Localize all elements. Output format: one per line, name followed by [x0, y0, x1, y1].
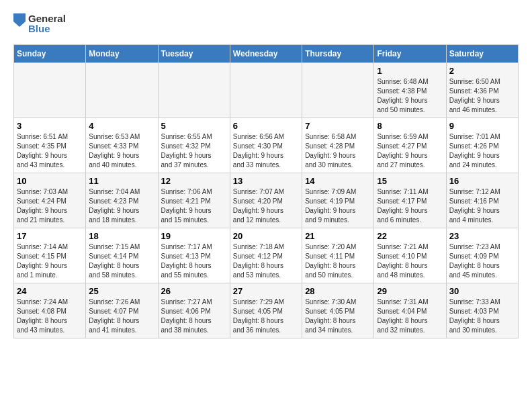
calendar-cell: 29Sunrise: 7:31 AM Sunset: 4:04 PM Dayli…	[374, 283, 446, 338]
calendar-week-row: 3Sunrise: 6:51 AM Sunset: 4:35 PM Daylig…	[14, 118, 519, 173]
calendar-cell: 30Sunrise: 7:33 AM Sunset: 4:03 PM Dayli…	[446, 283, 518, 338]
day-info: Sunrise: 7:30 AM Sunset: 4:05 PM Dayligh…	[305, 298, 371, 335]
calendar-cell: 10Sunrise: 7:03 AM Sunset: 4:24 PM Dayli…	[14, 173, 86, 228]
day-info: Sunrise: 7:09 AM Sunset: 4:19 PM Dayligh…	[305, 187, 371, 225]
day-number: 20	[233, 231, 299, 241]
day-info: Sunrise: 7:03 AM Sunset: 4:24 PM Dayligh…	[17, 187, 83, 225]
calendar-cell: 11Sunrise: 7:04 AM Sunset: 4:23 PM Dayli…	[86, 173, 158, 228]
calendar-cell: 28Sunrise: 7:30 AM Sunset: 4:05 PM Dayli…	[302, 283, 374, 338]
day-number: 14	[305, 176, 371, 186]
day-number: 29	[377, 286, 443, 296]
day-info: Sunrise: 7:12 AM Sunset: 4:16 PM Dayligh…	[449, 187, 515, 225]
day-number: 11	[89, 176, 154, 186]
day-number: 18	[89, 231, 154, 241]
calendar-cell: 27Sunrise: 7:29 AM Sunset: 4:05 PM Dayli…	[230, 283, 302, 338]
calendar-week-row: 24Sunrise: 7:24 AM Sunset: 4:08 PM Dayli…	[14, 283, 519, 338]
column-header-monday: Monday	[86, 45, 158, 63]
calendar-cell: 14Sunrise: 7:09 AM Sunset: 4:19 PM Dayli…	[302, 173, 374, 228]
day-info: Sunrise: 7:14 AM Sunset: 4:15 PM Dayligh…	[17, 242, 83, 280]
logo-blue-text: Blue	[28, 24, 66, 34]
day-number: 3	[17, 121, 83, 131]
day-number: 1	[377, 66, 443, 76]
column-header-wednesday: Wednesday	[230, 45, 302, 63]
calendar-cell: 1Sunrise: 6:48 AM Sunset: 4:38 PM Daylig…	[374, 63, 446, 118]
day-info: Sunrise: 7:15 AM Sunset: 4:14 PM Dayligh…	[89, 242, 154, 280]
day-info: Sunrise: 7:31 AM Sunset: 4:04 PM Dayligh…	[377, 298, 443, 335]
day-info: Sunrise: 6:50 AM Sunset: 4:36 PM Dayligh…	[449, 77, 515, 115]
day-info: Sunrise: 7:17 AM Sunset: 4:13 PM Dayligh…	[161, 242, 227, 280]
calendar-cell: 16Sunrise: 7:12 AM Sunset: 4:16 PM Dayli…	[446, 173, 518, 228]
day-number: 30	[449, 286, 515, 296]
column-header-saturday: Saturday	[446, 45, 518, 63]
day-info: Sunrise: 7:20 AM Sunset: 4:11 PM Dayligh…	[305, 242, 371, 280]
day-number: 9	[449, 121, 515, 131]
day-info: Sunrise: 6:56 AM Sunset: 4:30 PM Dayligh…	[233, 132, 299, 170]
day-number: 4	[89, 121, 154, 131]
calendar-cell: 3Sunrise: 6:51 AM Sunset: 4:35 PM Daylig…	[14, 118, 86, 173]
day-number: 23	[449, 231, 515, 241]
svg-marker-0	[13, 13, 26, 27]
calendar-cell: 8Sunrise: 6:59 AM Sunset: 4:27 PM Daylig…	[374, 118, 446, 173]
calendar-cell: 13Sunrise: 7:07 AM Sunset: 4:20 PM Dayli…	[230, 173, 302, 228]
calendar-table: SundayMondayTuesdayWednesdayThursdayFrid…	[13, 44, 519, 338]
calendar-cell	[230, 63, 302, 118]
day-info: Sunrise: 7:29 AM Sunset: 4:05 PM Dayligh…	[233, 298, 299, 335]
day-number: 22	[377, 231, 443, 241]
day-info: Sunrise: 6:53 AM Sunset: 4:33 PM Dayligh…	[89, 132, 154, 170]
day-number: 24	[17, 286, 83, 296]
day-info: Sunrise: 6:58 AM Sunset: 4:28 PM Dayligh…	[305, 132, 371, 170]
calendar-week-row: 1Sunrise: 6:48 AM Sunset: 4:38 PM Daylig…	[14, 63, 519, 118]
day-number: 2	[449, 66, 515, 76]
logo-general-text: General	[28, 13, 66, 24]
calendar-cell: 15Sunrise: 7:11 AM Sunset: 4:17 PM Dayli…	[374, 173, 446, 228]
calendar-cell	[86, 63, 158, 118]
calendar-cell	[302, 63, 374, 118]
column-header-sunday: Sunday	[14, 45, 86, 63]
day-number: 16	[449, 176, 515, 186]
day-number: 15	[377, 176, 443, 186]
day-info: Sunrise: 7:26 AM Sunset: 4:07 PM Dayligh…	[89, 298, 154, 335]
day-number: 17	[17, 231, 83, 241]
calendar-cell: 24Sunrise: 7:24 AM Sunset: 4:08 PM Dayli…	[14, 283, 86, 338]
day-number: 6	[233, 121, 299, 131]
calendar-header-row: SundayMondayTuesdayWednesdayThursdayFrid…	[14, 45, 519, 63]
column-header-tuesday: Tuesday	[158, 45, 230, 63]
calendar-cell: 6Sunrise: 6:56 AM Sunset: 4:30 PM Daylig…	[230, 118, 302, 173]
day-number: 27	[233, 286, 299, 296]
day-info: Sunrise: 7:06 AM Sunset: 4:21 PM Dayligh…	[161, 187, 227, 225]
logo: GeneralBlue	[13, 13, 66, 34]
calendar-cell: 22Sunrise: 7:21 AM Sunset: 4:10 PM Dayli…	[374, 228, 446, 283]
day-info: Sunrise: 7:27 AM Sunset: 4:06 PM Dayligh…	[161, 298, 227, 335]
day-info: Sunrise: 7:04 AM Sunset: 4:23 PM Dayligh…	[89, 187, 154, 225]
day-number: 13	[233, 176, 299, 186]
day-info: Sunrise: 7:23 AM Sunset: 4:09 PM Dayligh…	[449, 242, 515, 280]
day-number: 19	[161, 231, 227, 241]
day-info: Sunrise: 6:51 AM Sunset: 4:35 PM Dayligh…	[17, 132, 83, 170]
calendar-cell	[158, 63, 230, 118]
logo-text-block: GeneralBlue	[28, 13, 66, 34]
day-info: Sunrise: 7:33 AM Sunset: 4:03 PM Dayligh…	[449, 298, 515, 335]
logo-arrow-icon	[13, 13, 26, 34]
column-header-friday: Friday	[374, 45, 446, 63]
day-info: Sunrise: 6:59 AM Sunset: 4:27 PM Dayligh…	[377, 132, 443, 170]
calendar-cell: 9Sunrise: 7:01 AM Sunset: 4:26 PM Daylig…	[446, 118, 518, 173]
day-info: Sunrise: 6:48 AM Sunset: 4:38 PM Dayligh…	[377, 77, 443, 115]
calendar-cell: 12Sunrise: 7:06 AM Sunset: 4:21 PM Dayli…	[158, 173, 230, 228]
day-info: Sunrise: 7:11 AM Sunset: 4:17 PM Dayligh…	[377, 187, 443, 225]
calendar-cell	[14, 63, 86, 118]
day-info: Sunrise: 7:24 AM Sunset: 4:08 PM Dayligh…	[17, 298, 83, 335]
page-header: GeneralBlue	[13, 13, 519, 34]
day-info: Sunrise: 7:07 AM Sunset: 4:20 PM Dayligh…	[233, 187, 299, 225]
day-info: Sunrise: 7:21 AM Sunset: 4:10 PM Dayligh…	[377, 242, 443, 280]
calendar-cell: 25Sunrise: 7:26 AM Sunset: 4:07 PM Dayli…	[86, 283, 158, 338]
day-number: 26	[161, 286, 227, 296]
day-number: 28	[305, 286, 371, 296]
calendar-cell: 26Sunrise: 7:27 AM Sunset: 4:06 PM Dayli…	[158, 283, 230, 338]
day-info: Sunrise: 7:01 AM Sunset: 4:26 PM Dayligh…	[449, 132, 515, 170]
calendar-week-row: 17Sunrise: 7:14 AM Sunset: 4:15 PM Dayli…	[14, 228, 519, 283]
calendar-cell: 23Sunrise: 7:23 AM Sunset: 4:09 PM Dayli…	[446, 228, 518, 283]
calendar-cell: 4Sunrise: 6:53 AM Sunset: 4:33 PM Daylig…	[86, 118, 158, 173]
column-header-thursday: Thursday	[302, 45, 374, 63]
calendar-cell: 17Sunrise: 7:14 AM Sunset: 4:15 PM Dayli…	[14, 228, 86, 283]
calendar-cell: 2Sunrise: 6:50 AM Sunset: 4:36 PM Daylig…	[446, 63, 518, 118]
